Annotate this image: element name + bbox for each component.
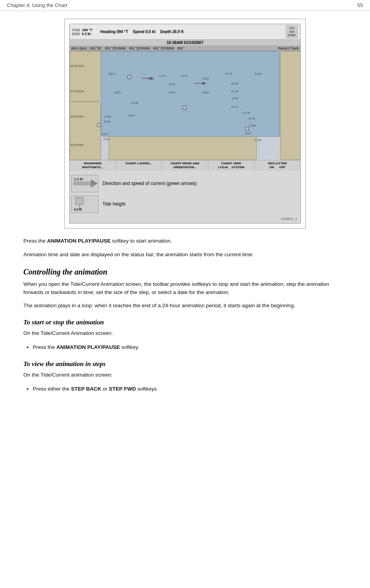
bullet-list-1: Press the ANIMATION PLAY/PAUSE softkey. bbox=[33, 343, 347, 352]
curr-05: 0.5 kt bbox=[202, 91, 209, 94]
coord-n4: 50°38'000N bbox=[70, 144, 84, 146]
svg-rect-5 bbox=[76, 197, 83, 204]
legend-tide-icon: 6.5 ft bbox=[71, 195, 99, 213]
land-sw bbox=[70, 102, 101, 160]
coord3: 001°20'000W bbox=[129, 46, 150, 50]
water-main bbox=[101, 51, 280, 137]
cog-label: COG 180 °T bbox=[72, 28, 92, 32]
bold-step-fwd: STEP FWD bbox=[109, 386, 136, 392]
depth-67-1: 6.7 ft bbox=[226, 72, 232, 75]
toolbar-chart-mode[interactable]: CHART MODE ANDORIENTATION... bbox=[162, 160, 208, 171]
depth-67-2: 6.7 ft bbox=[231, 106, 238, 108]
bullet-item-1: Press the ANIMATION PLAY/PAUSE softkey. bbox=[33, 343, 347, 352]
body-para-4: The animation plays in a loop: when it r… bbox=[23, 302, 347, 310]
depth-53-2: 5.3 ft bbox=[102, 133, 108, 136]
curr-10-1: 1.0 kt bbox=[181, 74, 187, 77]
svg-marker-3 bbox=[91, 179, 98, 188]
toolbar-chart-view[interactable]: CHART VIEWLOCAL SYSTEM bbox=[208, 160, 255, 171]
curr-16: 1.6 kt bbox=[231, 97, 238, 100]
body-para-6: On the Tide/Current animation screen: bbox=[23, 371, 347, 379]
speed-display: Speed 0.0 kt bbox=[133, 30, 155, 34]
depth-32: 3.2 kt bbox=[255, 72, 261, 75]
land-east bbox=[280, 51, 300, 160]
curr-07-2: 0.7 kt bbox=[243, 111, 250, 114]
recent-track-label: Recent Track bbox=[188, 46, 299, 50]
grid-marker-3 bbox=[245, 127, 249, 131]
chart-display: COG 180 °T SOG 0.3 kt Heading 094 °T Spe… bbox=[69, 24, 301, 224]
legend-area: 1.2 kt Direction and speed of current (g… bbox=[70, 171, 300, 223]
grid-marker-2 bbox=[183, 106, 187, 109]
svg-rect-2 bbox=[73, 181, 91, 185]
coord-n2: 50°39'000N bbox=[70, 90, 84, 93]
svg-text:1.2 kt: 1.2 kt bbox=[74, 177, 83, 181]
coord-n3: 50°33'000N bbox=[70, 115, 84, 118]
curr-13: 1.3 kt bbox=[159, 74, 166, 77]
toolbar-declutter[interactable]: DECLUTTERON OFF bbox=[254, 160, 300, 171]
depth-58-1: 5.8 ft bbox=[109, 72, 115, 75]
coord-n1: 50°42'000N bbox=[70, 65, 84, 67]
toolbar-chart-layers[interactable]: CHART LAYERS... bbox=[116, 160, 162, 171]
tide-icon-svg: 6.5 ft bbox=[72, 196, 98, 212]
curr-15-2: 1.5 kt bbox=[249, 124, 255, 127]
fix-label: FIX bbox=[289, 26, 294, 30]
body-para-5: On the Tide/Current Animation screen: bbox=[23, 329, 347, 338]
heading-start-stop: To start or stop the animation bbox=[23, 319, 347, 326]
chart-toolbar: SHOW/HIDEWAYPOINTS... CHART LAYERS... CH… bbox=[70, 160, 300, 171]
page-header: Chapter 4: Using the Chart 55 bbox=[0, 0, 370, 11]
depth-53: 5.3 ft bbox=[115, 91, 121, 94]
date-bar: 10:36AM 01/10/2007 bbox=[70, 40, 300, 46]
current-icon-svg: 1.2 kt bbox=[72, 175, 98, 192]
depth-06: 0.6 ft bbox=[104, 138, 110, 141]
curr-21: 2.1 kt bbox=[131, 102, 138, 104]
legend-current: 1.2 kt Direction and speed of current (g… bbox=[71, 175, 299, 192]
depth-65: 6.5 ft bbox=[169, 91, 175, 94]
screenshot-box: COG 180 °T SOG 0.3 kt Heading 094 °T Spe… bbox=[64, 19, 306, 229]
land-south bbox=[109, 133, 257, 160]
grid-marker-1 bbox=[127, 75, 131, 79]
bold-play-pause-2: ANIMATION PLAY/PAUSE bbox=[56, 344, 120, 350]
toolbar-show-waypoints[interactable]: SHOW/HIDEWAYPOINTS... bbox=[70, 160, 116, 171]
sync-label: 6nm Sync bbox=[71, 46, 87, 50]
datetime-display: 10:36AM 01/10/2007 bbox=[167, 40, 203, 45]
depth-10-2: 1.0 kt bbox=[255, 139, 261, 141]
current-arrow-2 bbox=[194, 79, 206, 87]
coord4: 001°15'000W bbox=[153, 46, 174, 50]
heading-view-steps: To view the animation in steps bbox=[23, 360, 347, 368]
body-para-1: Press the ANIMATION PLAY/PAUSE softkey t… bbox=[23, 237, 347, 245]
depth-display: Depth 26.9 ft bbox=[160, 30, 183, 34]
legend-tide-text: Tide height bbox=[102, 201, 125, 207]
sync-bar: 6nm Sync 001°30' 001°25'000W 001°20'000W… bbox=[70, 46, 300, 51]
chart-map: 50°42'000N 50°39'000N 50°33'000N 50°38'0… bbox=[70, 51, 300, 160]
cog-sog-display: COG 180 °T SOG 0.3 kt bbox=[72, 28, 92, 36]
coord5: 001° bbox=[177, 46, 185, 50]
curr-15-1: 1.5 kt bbox=[104, 115, 111, 118]
depth-64: 6.4 ft bbox=[169, 83, 175, 86]
coord1: 001°30' bbox=[90, 46, 102, 50]
curr-07-1: 0.7 kt bbox=[231, 90, 238, 93]
bullet-list-2: Press either the STEP BACK or STEP FWD s… bbox=[33, 385, 347, 393]
sog-label: SOG 0.3 kt bbox=[72, 32, 92, 36]
page-content: COG 180 °T SOG 0.3 kt Heading 094 °T Spe… bbox=[0, 11, 370, 414]
depth-60: 6.0 ft bbox=[104, 120, 110, 123]
d-label: D10607_1 bbox=[71, 216, 299, 222]
legend-current-text: Direction and speed of current (green ar… bbox=[102, 181, 197, 186]
legend-current-icon: 1.2 kt bbox=[71, 175, 99, 192]
current-arrow-1 bbox=[142, 74, 153, 82]
stby-label: STBY bbox=[288, 33, 296, 37]
grid-marker-4 bbox=[97, 123, 101, 127]
bold-step-back: STEP BACK bbox=[71, 386, 101, 392]
curr-67-3: 6.7 ft bbox=[249, 117, 255, 120]
bold-play-pause-1: ANIMATION PLAY/PAUSE bbox=[47, 238, 111, 244]
ais-label: AIS bbox=[289, 30, 294, 33]
chapter-title: Chapter 4: Using the Chart bbox=[7, 2, 67, 8]
heading-display: Heading 094 °T bbox=[100, 30, 128, 34]
fix-ais-area: FIX AIS STBY bbox=[286, 25, 298, 38]
body-para-2: Animation time and date are displayed on… bbox=[23, 251, 347, 259]
depth-59: 5.9 ft bbox=[245, 132, 251, 135]
heading-speed-depth: Heading 094 °T Speed 0.0 kt Depth 26.9 f… bbox=[100, 30, 278, 34]
legend-tide: 6.5 ft Tide height bbox=[71, 195, 299, 213]
body-para-3: When you open the Tide/Current Animation… bbox=[23, 280, 347, 297]
coord2: 001°25'000W bbox=[105, 46, 126, 50]
page-number: 55 bbox=[358, 2, 363, 8]
heading-controlling-animation: Controlling the animation bbox=[23, 268, 347, 276]
